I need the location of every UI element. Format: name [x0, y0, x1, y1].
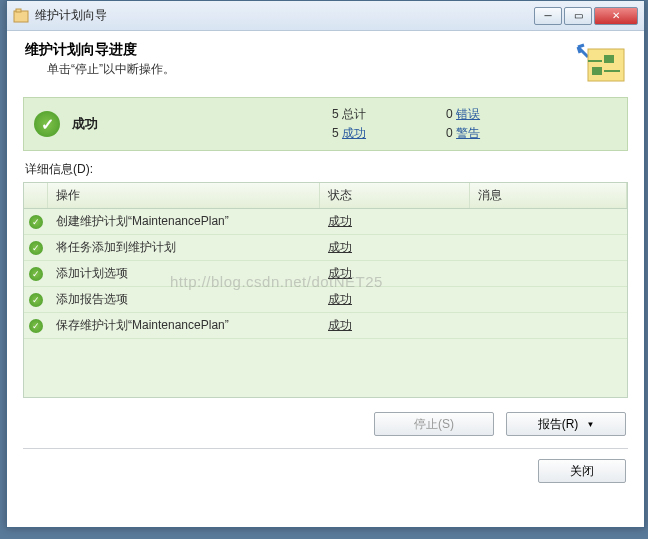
- table-row[interactable]: ✓ 将任务添加到维护计划 成功: [24, 235, 627, 261]
- maximize-button[interactable]: ▭: [564, 7, 592, 25]
- col-header-status[interactable]: 状态: [320, 183, 470, 208]
- details-label: 详细信息(D):: [25, 161, 626, 178]
- check-icon: ✓: [29, 267, 43, 281]
- table-row[interactable]: ✓ 保存维护计划“MaintenancePlan” 成功: [24, 313, 627, 339]
- status-summary: ✓ 成功 5 总计 0 错误 5 成功 0 警告: [23, 97, 628, 151]
- close-button[interactable]: 关闭: [538, 459, 626, 483]
- svg-rect-4: [604, 55, 614, 63]
- cell-message: [470, 313, 627, 338]
- svg-rect-1: [16, 9, 21, 12]
- cell-status[interactable]: 成功: [320, 261, 470, 286]
- report-button[interactable]: 报告(R) ▼: [506, 412, 626, 436]
- status-label: 成功: [72, 115, 332, 133]
- check-icon: ✓: [29, 215, 43, 229]
- cell-action: 添加报告选项: [48, 287, 320, 312]
- stat-total: 5 总计: [332, 106, 366, 123]
- close-window-button[interactable]: ✕: [594, 7, 638, 25]
- window-title: 维护计划向导: [35, 7, 534, 24]
- cell-message: [470, 287, 627, 312]
- success-icon: ✓: [34, 111, 60, 137]
- cell-status[interactable]: 成功: [320, 235, 470, 260]
- check-icon: ✓: [29, 293, 43, 307]
- col-header-message[interactable]: 消息: [470, 183, 627, 208]
- details-grid: 操作 状态 消息 ✓ 创建维护计划“MaintenancePlan” 成功 ✓ …: [23, 182, 628, 398]
- check-icon: ✓: [29, 319, 43, 333]
- cell-action: 添加计划选项: [48, 261, 320, 286]
- report-button-label: 报告(R): [538, 416, 579, 433]
- page-subtitle: 单击“停止”以中断操作。: [47, 61, 576, 78]
- grid-body: ✓ 创建维护计划“MaintenancePlan” 成功 ✓ 将任务添加到维护计…: [24, 209, 627, 397]
- window-controls: ─ ▭ ✕: [534, 7, 638, 25]
- cell-message: [470, 235, 627, 260]
- cell-action: 创建维护计划“MaintenancePlan”: [48, 209, 320, 234]
- table-row[interactable]: ✓ 添加计划选项 成功: [24, 261, 627, 287]
- page-title: 维护计划向导进度: [25, 41, 576, 59]
- dialog-window: 维护计划向导 ─ ▭ ✕ 维护计划向导进度 单击“停止”以中断操作。: [6, 0, 645, 528]
- dialog-content: 维护计划向导进度 单击“停止”以中断操作。 ✓ 成功: [7, 31, 644, 493]
- svg-rect-5: [592, 67, 602, 75]
- cell-message: [470, 261, 627, 286]
- title-bar[interactable]: 维护计划向导 ─ ▭ ✕: [7, 1, 644, 31]
- cell-status[interactable]: 成功: [320, 209, 470, 234]
- check-icon: ✓: [29, 241, 43, 255]
- col-header-action[interactable]: 操作: [48, 183, 320, 208]
- cell-action: 将任务添加到维护计划: [48, 235, 320, 260]
- wizard-icon: [576, 41, 626, 83]
- cell-status[interactable]: 成功: [320, 313, 470, 338]
- cell-status[interactable]: 成功: [320, 287, 470, 312]
- table-row[interactable]: ✓ 添加报告选项 成功: [24, 287, 627, 313]
- stop-button: 停止(S): [374, 412, 494, 436]
- svg-rect-2: [588, 49, 624, 81]
- app-icon: [13, 8, 29, 24]
- cell-action: 保存维护计划“MaintenancePlan”: [48, 313, 320, 338]
- cell-message: [470, 209, 627, 234]
- stat-error: 0 错误: [446, 106, 480, 123]
- chevron-down-icon: ▼: [586, 420, 594, 429]
- table-row[interactable]: ✓ 创建维护计划“MaintenancePlan” 成功: [24, 209, 627, 235]
- grid-header: 操作 状态 消息: [24, 183, 627, 209]
- svg-rect-0: [14, 11, 28, 22]
- minimize-button[interactable]: ─: [534, 7, 562, 25]
- stat-warning: 0 警告: [446, 125, 480, 142]
- stat-success: 5 成功: [332, 125, 366, 142]
